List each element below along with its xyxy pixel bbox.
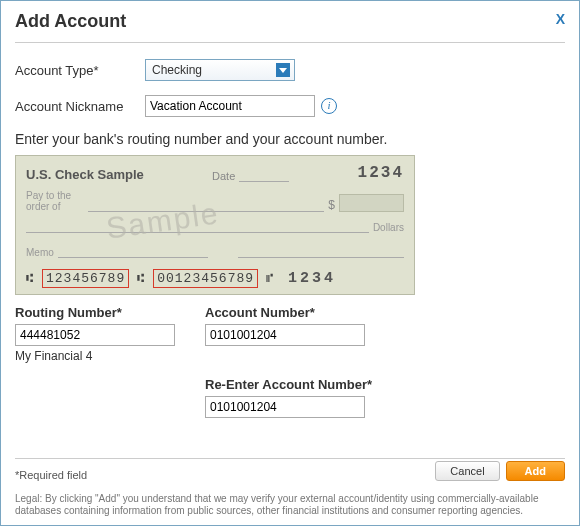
check-number: 1234 xyxy=(358,164,404,182)
info-icon[interactable]: i xyxy=(321,98,337,114)
check-name: U.S. Check Sample xyxy=(26,167,144,182)
check-payto-label: Pay to the order of xyxy=(26,190,84,212)
micr-account-highlight: 00123456789 xyxy=(153,269,258,288)
account-type-value: Checking xyxy=(152,63,202,77)
chevron-down-icon xyxy=(276,63,290,77)
account-type-label: Account Type* xyxy=(15,63,145,78)
close-icon[interactable]: X xyxy=(556,11,565,27)
add-button[interactable]: Add xyxy=(506,461,565,481)
dialog-title: Add Account xyxy=(15,11,126,38)
bank-lookup-name: My Financial 4 xyxy=(15,349,175,363)
routing-label: Routing Number* xyxy=(15,305,175,320)
check-dollars-label: Dollars xyxy=(373,222,404,233)
check-memo-label: Memo xyxy=(26,247,54,258)
account-type-select[interactable]: Checking xyxy=(145,59,295,81)
check-date-label: Date xyxy=(212,170,235,182)
nickname-label: Account Nickname xyxy=(15,99,145,114)
check-amount-box xyxy=(339,194,404,212)
account-input[interactable] xyxy=(205,324,365,346)
nickname-input[interactable] xyxy=(145,95,315,117)
routing-input[interactable] xyxy=(15,324,175,346)
add-account-dialog: Add Account X Account Type* Checking Acc… xyxy=(0,0,580,526)
reenter-input[interactable] xyxy=(205,396,365,418)
account-label: Account Number* xyxy=(205,305,365,320)
cancel-button[interactable]: Cancel xyxy=(435,461,499,481)
check-sample: U.S. Check Sample Date 1234 Pay to the o… xyxy=(15,155,415,295)
instruction-text: Enter your bank's routing number and you… xyxy=(15,131,565,147)
footer-divider xyxy=(15,458,565,459)
legal-text: Legal: By clicking "Add" you understand … xyxy=(15,493,565,517)
required-note: *Required field xyxy=(15,469,87,481)
micr-routing-highlight: 123456789 xyxy=(42,269,129,288)
divider xyxy=(15,42,565,43)
check-micr-line: ⑆ 123456789 ⑆ 00123456789 ⑈ 1234 xyxy=(26,269,404,288)
micr-check-number: 1234 xyxy=(288,270,336,287)
reenter-label: Re-Enter Account Number* xyxy=(205,377,405,392)
